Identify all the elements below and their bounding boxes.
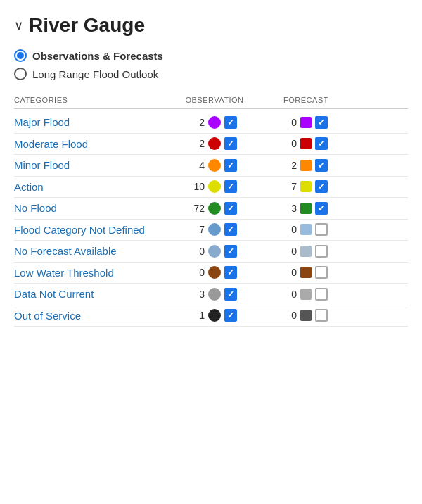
obs-cell: 7 <box>169 223 260 236</box>
obs-count: 3 <box>192 289 205 300</box>
obs-count: 7 <box>192 224 205 235</box>
fore-cell: 0 <box>260 116 352 129</box>
fore-cell: 3 <box>260 202 352 215</box>
fore-checkbox[interactable] <box>315 180 328 193</box>
obs-cell: 72 <box>169 202 260 215</box>
col-categories: CATEGORIES <box>14 96 169 104</box>
category-label: No Forecast Available <box>14 244 169 258</box>
fore-color-square <box>300 138 312 149</box>
obs-color-dot <box>208 245 221 258</box>
fore-count: 0 <box>284 246 297 257</box>
fore-color-square <box>300 117 312 128</box>
obs-checkbox[interactable] <box>224 116 237 129</box>
category-label: Minor Flood <box>14 158 169 172</box>
table-row: No Flood723 <box>14 198 408 220</box>
fore-color-square <box>300 267 312 278</box>
obs-cell: 1 <box>169 309 260 322</box>
page-title: River Gauge <box>29 14 145 37</box>
obs-color-dot <box>208 202 221 215</box>
obs-count: 72 <box>192 203 205 214</box>
category-label: Major Flood <box>14 115 169 130</box>
obs-cell: 2 <box>169 137 260 150</box>
obs-color-dot <box>208 288 221 301</box>
obs-count: 10 <box>192 181 205 192</box>
radio-group: Observations & Forecasts Long Range Floo… <box>14 49 408 80</box>
fore-checkbox[interactable] <box>315 245 328 258</box>
obs-count: 4 <box>192 160 205 171</box>
obs-count: 0 <box>192 246 205 257</box>
col-forecast: FORECAST <box>260 96 352 104</box>
fore-count: 0 <box>284 289 297 300</box>
obs-checkbox[interactable] <box>224 245 237 258</box>
obs-checkbox[interactable] <box>224 202 237 215</box>
obs-checkbox[interactable] <box>224 137 237 150</box>
obs-color-dot <box>208 180 221 193</box>
obs-checkbox[interactable] <box>224 266 237 279</box>
fore-cell: 0 <box>260 309 352 322</box>
title-row: ∨ River Gauge <box>14 14 408 37</box>
obs-cell: 10 <box>169 180 260 193</box>
fore-cell: 0 <box>260 245 352 258</box>
fore-count: 0 <box>284 224 297 235</box>
fore-count: 3 <box>284 203 297 214</box>
col-observation: OBSERVATION <box>169 96 260 104</box>
obs-checkbox[interactable] <box>224 309 237 322</box>
radio-circle-long[interactable] <box>14 68 27 80</box>
category-label: Moderate Flood <box>14 137 169 151</box>
fore-cell: 0 <box>260 137 352 150</box>
table-row: Action107 <box>14 177 408 199</box>
table-row: Major Flood20 <box>14 112 408 134</box>
obs-checkbox[interactable] <box>224 159 237 172</box>
obs-checkbox[interactable] <box>224 180 237 193</box>
table-row: No Forecast Available00 <box>14 241 408 263</box>
fore-checkbox[interactable] <box>315 202 328 215</box>
fore-checkbox[interactable] <box>315 116 328 129</box>
legend-table: CATEGORIES OBSERVATION FORECAST Major Fl… <box>14 93 408 327</box>
category-label: Flood Category Not Defined <box>14 223 169 237</box>
obs-color-dot <box>208 309 221 322</box>
table-row: Low Water Threshold00 <box>14 263 408 284</box>
fore-cell: 0 <box>260 223 352 236</box>
fore-count: 0 <box>284 310 297 321</box>
fore-checkbox[interactable] <box>315 137 328 150</box>
category-label: Data Not Current <box>14 287 169 301</box>
category-label: Out of Service <box>14 309 169 323</box>
obs-count: 0 <box>192 267 205 278</box>
category-label: No Flood <box>14 201 169 215</box>
fore-checkbox[interactable] <box>315 309 328 322</box>
fore-checkbox[interactable] <box>315 223 328 236</box>
obs-checkbox[interactable] <box>224 223 237 236</box>
fore-cell: 0 <box>260 288 352 301</box>
fore-color-square <box>300 203 312 214</box>
radio-circle-obs[interactable] <box>14 49 27 62</box>
fore-color-square <box>300 160 312 171</box>
table-row: Data Not Current30 <box>14 284 408 305</box>
radio-label-long: Long Range Flood Outlook <box>32 68 158 80</box>
category-label: Action <box>14 180 169 194</box>
fore-count: 2 <box>284 160 297 171</box>
collapse-chevron[interactable]: ∨ <box>14 18 23 33</box>
fore-checkbox[interactable] <box>315 159 328 172</box>
table-row: Out of Service10 <box>14 305 408 327</box>
fore-checkbox[interactable] <box>315 288 328 301</box>
fore-count: 7 <box>284 181 297 192</box>
obs-count: 1 <box>192 310 205 321</box>
obs-cell: 3 <box>169 288 260 301</box>
fore-color-square <box>300 224 312 235</box>
fore-count: 0 <box>284 117 297 128</box>
radio-long-range[interactable]: Long Range Flood Outlook <box>14 68 408 80</box>
obs-count: 2 <box>192 117 205 128</box>
fore-cell: 7 <box>260 180 352 193</box>
obs-cell: 0 <box>169 245 260 258</box>
table-row: Minor Flood42 <box>14 155 408 177</box>
fore-color-square <box>300 181 312 192</box>
obs-color-dot <box>208 116 221 129</box>
fore-color-square <box>300 246 312 257</box>
category-label: Low Water Threshold <box>14 266 169 280</box>
fore-count: 0 <box>284 138 297 149</box>
obs-checkbox[interactable] <box>224 288 237 301</box>
fore-color-square <box>300 289 312 300</box>
radio-obs-forecast[interactable]: Observations & Forecasts <box>14 49 408 62</box>
obs-color-dot <box>208 223 221 236</box>
fore-checkbox[interactable] <box>315 266 328 279</box>
